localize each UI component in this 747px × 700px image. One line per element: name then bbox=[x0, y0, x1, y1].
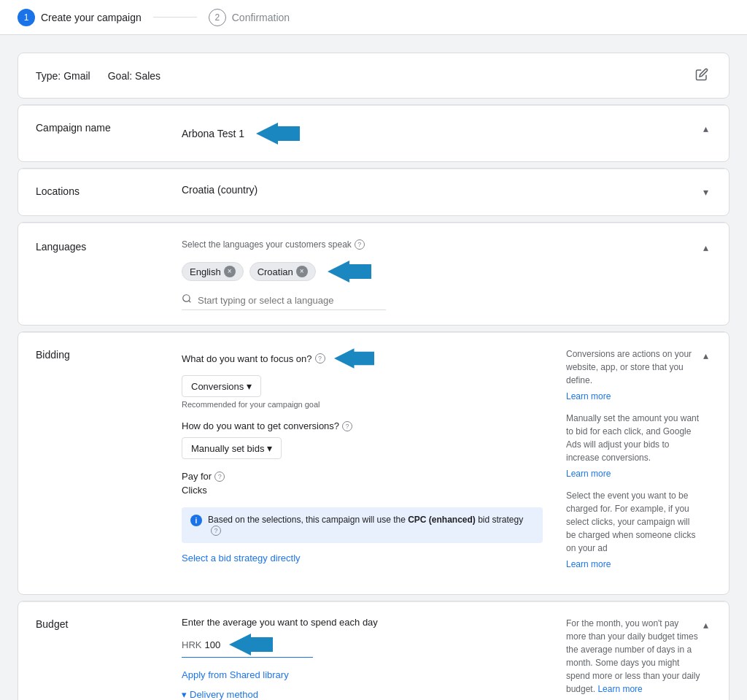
pay-for-label-row: Pay for ? bbox=[182, 471, 543, 482]
bidding-learn-more-1-link[interactable]: Learn more bbox=[566, 390, 700, 403]
bidding-right-para-3: Select the event you want to be charged … bbox=[566, 489, 700, 571]
budget-card: Budget Enter the average you want to spe… bbox=[18, 601, 729, 700]
budget-right-panel: For the month, you won't pay more than y… bbox=[554, 617, 700, 700]
bidding-collapse-button[interactable] bbox=[700, 347, 711, 363]
type-item: Type: Gmail bbox=[36, 70, 90, 82]
language-search-input[interactable] bbox=[198, 295, 358, 306]
type-row: Type: Gmail Goal: Sales bbox=[18, 53, 729, 98]
lang-tag-croatian: Croatian × bbox=[249, 262, 316, 281]
conversions-dropdown-chevron-icon bbox=[247, 380, 252, 392]
campaign-name-content: Arbona Test 1 bbox=[182, 120, 700, 147]
bidding-learn-more-2-link[interactable]: Learn more bbox=[566, 467, 700, 480]
step-2: 2 Confirmation bbox=[209, 9, 290, 26]
bidding-arrow-icon bbox=[334, 347, 374, 369]
budget-learn-more-link[interactable]: Learn more bbox=[597, 684, 642, 694]
search-icon bbox=[182, 293, 192, 307]
main-content: Type: Gmail Goal: Sales Campaign name bbox=[9, 53, 738, 700]
locations-label: Locations bbox=[36, 184, 182, 197]
bidding-question-1: What do you want to focus on? ? bbox=[182, 347, 543, 369]
bidding-q1-help-icon[interactable]: ? bbox=[315, 353, 325, 364]
bidding-learn-more-3-link[interactable]: Learn more bbox=[566, 558, 700, 571]
budget-left-panel: Enter the average you want to spend each… bbox=[182, 617, 554, 700]
lang-tag-english: English × bbox=[182, 262, 244, 281]
budget-content: Enter the average you want to spend each… bbox=[182, 617, 700, 700]
step-1-label: Create your campaign bbox=[41, 12, 142, 23]
campaign-name-value: Arbona Test 1 bbox=[182, 120, 700, 147]
lang-tag-english-label: English bbox=[190, 266, 221, 277]
remove-croatian-button[interactable]: × bbox=[296, 266, 308, 277]
languages-label: Languages bbox=[36, 239, 182, 253]
svg-marker-5 bbox=[229, 634, 273, 655]
bidding-info-help-icon[interactable]: ? bbox=[211, 526, 221, 536]
locations-expand-button[interactable] bbox=[700, 184, 711, 199]
language-tags-row: English × Croatian × bbox=[182, 258, 700, 285]
budget-input-label: Enter the average you want to spend each… bbox=[182, 617, 543, 628]
info-icon: i bbox=[190, 515, 202, 526]
bidding-info-text: Based on the selections, this campaign w… bbox=[208, 515, 534, 536]
language-search-row[interactable] bbox=[182, 293, 386, 310]
step-2-label: Confirmation bbox=[232, 12, 290, 23]
campaign-name-collapse-button[interactable] bbox=[700, 120, 711, 136]
budget-amount-value: 100 bbox=[204, 639, 220, 650]
campaign-name-label: Campaign name bbox=[36, 120, 182, 134]
goal-value: Sales bbox=[135, 70, 160, 82]
campaign-name-section: Campaign name Arbona Test 1 bbox=[18, 105, 729, 161]
conversions-dropdown-button[interactable]: Conversions bbox=[182, 375, 261, 397]
edit-type-goal-button[interactable] bbox=[692, 65, 711, 86]
languages-help-text: Select the languages your customers spea… bbox=[182, 239, 700, 250]
bidding-label: Bidding bbox=[36, 347, 182, 361]
budget-arrow-icon bbox=[229, 634, 273, 655]
campaign-name-arrow-icon bbox=[256, 120, 300, 147]
budget-currency: HRK bbox=[182, 639, 201, 650]
bidding-section: Bidding What do you want to focus on? ? bbox=[18, 332, 729, 594]
languages-collapse-button[interactable] bbox=[700, 239, 711, 255]
bidding-q2-help-icon[interactable]: ? bbox=[342, 421, 352, 431]
locations-card: Locations Croatia (country) bbox=[18, 168, 729, 216]
budget-collapse-button[interactable] bbox=[700, 617, 711, 632]
type-goal-card: Type: Gmail Goal: Sales bbox=[18, 53, 729, 99]
step-2-circle: 2 bbox=[209, 9, 226, 26]
type-goal-left: Type: Gmail Goal: Sales bbox=[36, 70, 160, 82]
languages-section: Languages Select the languages your cust… bbox=[18, 223, 729, 325]
svg-line-3 bbox=[189, 301, 191, 303]
stepper-bar: 1 Create your campaign 2 Confirmation bbox=[0, 0, 747, 35]
budget-right-text: For the month, you won't pay more than y… bbox=[566, 618, 700, 694]
bidding-left-panel: What do you want to focus on? ? Conversi… bbox=[182, 347, 554, 580]
campaign-name-card: Campaign name Arbona Test 1 bbox=[18, 104, 729, 162]
step-1-circle: 1 bbox=[18, 9, 35, 26]
locations-content: Croatia (country) bbox=[182, 184, 700, 196]
delivery-chevron-icon: ▾ bbox=[182, 689, 187, 700]
bidding-right-para-1: Conversions are actions on your website,… bbox=[566, 347, 700, 403]
remove-english-button[interactable]: × bbox=[224, 266, 236, 277]
bidding-info-box: i Based on the selections, this campaign… bbox=[182, 507, 543, 543]
bidding-content: What do you want to focus on? ? Conversi… bbox=[182, 347, 700, 580]
pay-for-value: Clicks bbox=[182, 485, 543, 496]
svg-marker-4 bbox=[334, 348, 374, 369]
locations-section: Locations Croatia (country) bbox=[18, 169, 729, 215]
languages-arrow-icon bbox=[328, 258, 371, 285]
step-1: 1 Create your campaign bbox=[18, 9, 142, 26]
select-bid-strategy-link[interactable]: Select a bid strategy directly bbox=[182, 553, 301, 564]
budget-input-row: HRK 100 bbox=[182, 634, 313, 658]
delivery-method-row[interactable]: ▾ Delivery method bbox=[182, 689, 543, 700]
goal-item: Goal: Sales bbox=[108, 70, 160, 82]
bidding-card: Bidding What do you want to focus on? ? bbox=[18, 331, 729, 595]
languages-content: Select the languages your customers spea… bbox=[182, 239, 700, 310]
svg-marker-1 bbox=[328, 261, 371, 282]
svg-point-2 bbox=[183, 295, 190, 301]
bidding-recommended-text: Recommended for your campaign goal bbox=[182, 400, 543, 409]
svg-marker-0 bbox=[256, 123, 300, 145]
budget-label: Budget bbox=[36, 617, 182, 630]
locations-value: Croatia (country) bbox=[182, 184, 258, 196]
bidding-question-2: How do you want to get conversions? ? bbox=[182, 420, 543, 431]
languages-help-icon[interactable]: ? bbox=[355, 239, 365, 250]
manual-bids-dropdown-button[interactable]: Manually set bids bbox=[182, 437, 282, 459]
pay-for-help-icon[interactable]: ? bbox=[214, 472, 225, 482]
type-value: Gmail bbox=[63, 70, 90, 82]
delivery-method-label: Delivery method bbox=[190, 689, 258, 700]
apply-shared-library-link[interactable]: Apply from Shared library bbox=[182, 669, 543, 680]
bidding-right-para-2: Manually set the amount you want to bid … bbox=[566, 412, 700, 480]
languages-card: Languages Select the languages your cust… bbox=[18, 222, 729, 326]
manual-bids-chevron-icon bbox=[267, 442, 272, 454]
bidding-right-panel: Conversions are actions on your website,… bbox=[554, 347, 700, 580]
